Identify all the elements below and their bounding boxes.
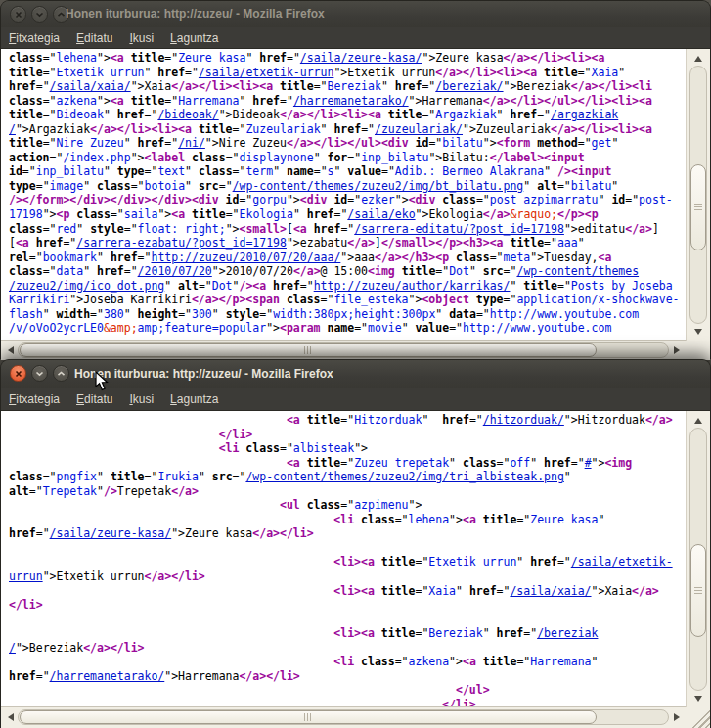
source-link[interactable]: /wp-content/themes/zuzeu2/img/tri_albist… [245, 470, 563, 483]
source-line: class="pngfix" title="Irukia" src="/wp-c… [9, 470, 686, 484]
source-pane[interactable]: class="lehena"><a title="Zeure kasa" hre… [1, 49, 686, 341]
scroll-left-button[interactable] [3, 342, 18, 358]
source-line: href="/harremanetarako/">Harremana</a></… [9, 669, 686, 684]
source-link[interactable]: /zuzeulariak/ [375, 122, 463, 136]
source-line: /">Argazkiak</a></li><li><a title="Zuzeu… [9, 122, 686, 137]
horizontal-scrollbar[interactable] [1, 707, 686, 728]
menu-fitxategia[interactable]: Fitxategia [9, 392, 60, 406]
source-link[interactable]: urrun [9, 569, 43, 583]
source-link[interactable]: /2010/07/20 [138, 264, 212, 278]
window-body: class="lehena"><a title="Zeure kasa" hre… [1, 49, 710, 360]
source-line: <li><a title="Xaia" href="/saila/xaia/">… [9, 584, 686, 599]
source-line [9, 613, 686, 627]
source-line: </ul> [9, 683, 686, 698]
vertical-scrollbar-thumb[interactable] [690, 164, 706, 250]
menu-ikusi[interactable]: Ikusi [129, 392, 154, 406]
chevron-down-icon [35, 12, 44, 18]
source-link[interactable]: /hitzorduak/ [483, 413, 564, 427]
vertical-scrollbar[interactable] [686, 49, 710, 341]
horizontal-scrollbar-thumb[interactable] [20, 343, 597, 357]
scroll-right-button[interactable] [669, 342, 684, 358]
horizontal-scrollbar-track[interactable] [18, 342, 669, 358]
source-link[interactable]: http://zuzeu/2010/07/20/aaa/ [151, 250, 340, 264]
scrollbar-corner [686, 341, 710, 360]
source-link[interactable]: /harremanetarako/ [293, 94, 409, 108]
arrow-down-icon [694, 696, 702, 702]
window-title: Honen iturburua: http://zuzeu/ - Mozilla… [74, 367, 333, 381]
menu-laguntza[interactable]: Laguntza [170, 392, 218, 406]
scroll-left-button[interactable] [3, 709, 18, 725]
source-link[interactable]: /argazkiak [551, 108, 618, 121]
menubar: Fitxategia Editatu Ikusi Laguntza [1, 27, 710, 49]
maximize-button-icon[interactable] [53, 365, 69, 382]
source-link[interactable]: /ni/ [178, 136, 205, 150]
source-line: </li> [9, 428, 686, 442]
scroll-up-button[interactable] [689, 413, 707, 428]
source-link[interactable]: /saila/xaia/ [50, 79, 131, 93]
horizontal-scrollbar-thumb[interactable] [20, 710, 597, 724]
source-link[interactable]: / [9, 641, 16, 655]
menu-ikusi[interactable]: Ikusi [129, 31, 154, 45]
source-line: <li><a title="Bereziak" href="/bereziak [9, 626, 686, 641]
source-link[interactable]: /saila/etxetik- [571, 555, 673, 569]
source-link[interactable]: /wp-content/themes/zuzeu2/img/bt_bilatu.… [233, 179, 524, 193]
source-link[interactable]: / [9, 122, 16, 136]
source-line: Karrikiri">Joseba Karrikiri</a></p><span… [9, 293, 686, 307]
source-link[interactable]: /sarrera-editatu/?post_id=17198 [354, 222, 564, 236]
menu-fitxategia[interactable]: Fitxategia [9, 31, 60, 45]
vertical-scrollbar[interactable] [686, 411, 710, 707]
minimize-button-icon[interactable] [31, 6, 48, 23]
titlebar[interactable]: Honen iturburua: http://zuzeu/ - Mozilla… [1, 360, 710, 388]
source-line: <li class="azkena"><a title="Harremana" [9, 655, 686, 669]
menu-editatu[interactable]: Editatu [76, 392, 112, 406]
source-line: urrun">Etxetik urrun</a></li> [9, 569, 686, 584]
scroll-down-button[interactable] [689, 691, 707, 705]
menu-editatu[interactable]: Editatu [76, 31, 112, 45]
titlebar[interactable]: Honen iturburua: http://zuzeu/ - Mozilla… [1, 1, 710, 27]
close-button-icon[interactable] [10, 6, 26, 23]
horizontal-scrollbar-track[interactable] [18, 709, 669, 725]
source-link[interactable]: http://zuzeu/author/karrikas/ [314, 279, 511, 293]
vertical-scrollbar-track[interactable] [689, 66, 707, 324]
scroll-up-button[interactable] [689, 51, 707, 66]
source-link[interactable]: /sarrera-ezabatu/?post_id=17198 [76, 236, 287, 250]
source-link[interactable]: /bereziak/ [435, 79, 503, 93]
source-link[interactable]: /wp-content/themes [516, 264, 639, 278]
close-icon [15, 370, 22, 378]
source-line: href="/saila/xaia/">Xaia</a></li><li><a … [9, 79, 686, 94]
source-link[interactable]: /saila/etxetik-urrun [199, 66, 333, 79]
source-line: href="/saila/zeure-kasa/">Zeure kasa</a>… [9, 526, 686, 541]
window-title: Honen iturburua: http://zuzeu/ - Mozilla… [66, 7, 325, 21]
source-link[interactable]: /bereziak [537, 626, 598, 640]
vertical-scrollbar-track[interactable] [689, 428, 707, 691]
source-link[interactable]: /bideoak/ [157, 108, 218, 121]
source-line: <a title="Hitzorduak" href="/hitzorduak/… [9, 413, 686, 428]
source-link[interactable]: /saila/zeure-kasa/ [50, 526, 172, 540]
source-link[interactable]: /saila/zeure-kasa/ [300, 51, 422, 65]
horizontal-scrollbar[interactable] [1, 341, 686, 360]
source-link[interactable]: /saila/xaia/ [510, 584, 591, 598]
scroll-down-button[interactable] [689, 324, 707, 339]
source-line: /></form></div></div></div><div id="gorp… [9, 193, 686, 207]
source-link[interactable]: /saila/eko [347, 207, 415, 221]
source-line: class="lehena"><a title="Zeure kasa" hre… [9, 51, 686, 66]
close-button-icon[interactable] [10, 365, 26, 382]
source-pane[interactable]: <a title="Hitzorduak" href="/hitzorduak/… [1, 411, 686, 707]
menu-laguntza[interactable]: Laguntza [170, 31, 218, 45]
resize-grip[interactable] [686, 707, 710, 728]
source-line: /v/oVoO2ycrLE0&amp;amp;feature=popular">… [9, 321, 686, 336]
source-link[interactable]: # [585, 456, 592, 470]
arrow-right-icon [674, 713, 680, 721]
source-line: </li> [9, 598, 686, 613]
vertical-scrollbar-thumb[interactable] [690, 544, 706, 637]
chevron-up-icon [57, 371, 66, 377]
source-line: action="/index.php"><label class="displa… [9, 151, 686, 165]
source-line: /">Bereziak</a></li> [9, 641, 686, 656]
source-link[interactable]: /zuzeu2/img/ico_dot.png [9, 279, 164, 293]
scroll-right-button[interactable] [669, 709, 684, 725]
source-line: class="data" href="/2010/07/20">2010/07/… [9, 264, 686, 279]
source-link[interactable]: /harremanetarako/ [50, 669, 165, 683]
minimize-button-icon[interactable] [31, 365, 48, 382]
view-source-window-top: Honen iturburua: http://zuzeu/ - Mozilla… [0, 0, 711, 359]
window-controls [10, 365, 69, 382]
